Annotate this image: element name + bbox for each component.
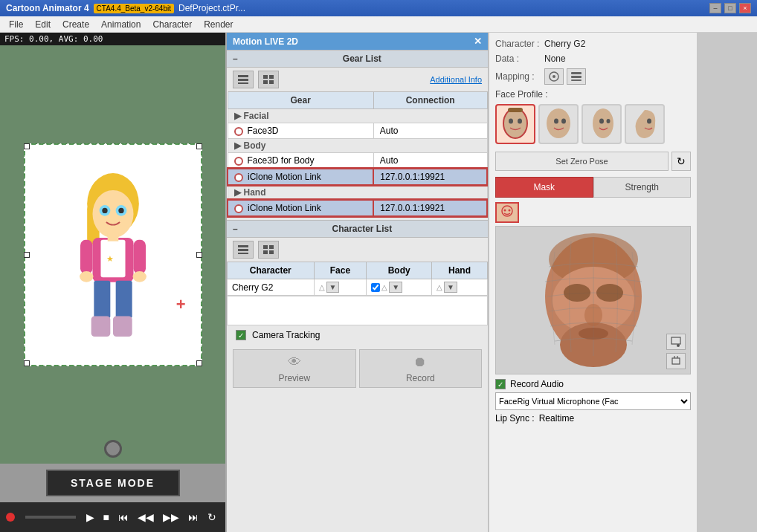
refresh-button[interactable]: ↻ [671, 152, 691, 171]
record-audio-checkbox[interactable]: ✓ [495, 379, 506, 389]
loop-button[interactable]: ↻ [204, 510, 219, 525]
gear-list-title: Gear List [242, 53, 482, 64]
table-row[interactable]: Face3D Auto [228, 123, 487, 139]
face-dropdown[interactable]: △ ▼ [319, 282, 362, 293]
svg-rect-10 [80, 239, 93, 273]
svg-point-61 [677, 344, 680, 347]
restore-button[interactable]: □ [724, 3, 736, 13]
data-info-row: Data : None [495, 53, 691, 64]
gear-list-toolbar: Additional Info [227, 68, 488, 91]
close-button[interactable]: × [739, 3, 751, 13]
svg-rect-8 [100, 239, 125, 276]
step-fwd-button[interactable]: ▶▶ [160, 510, 182, 525]
hand-dropdown[interactable]: △ ▼ [437, 282, 483, 293]
char-list-title: Character List [242, 224, 482, 234]
handle-br [196, 360, 202, 366]
svg-rect-26 [238, 245, 248, 247]
svg-rect-41 [508, 108, 523, 112]
record-audio-select[interactable]: FaceRig Virtual Microphone (Fac [495, 392, 691, 410]
table-row[interactable]: iClone Motion Link 127.0.0.1:19921 [228, 200, 487, 216]
step-back-button[interactable]: ◀◀ [135, 510, 157, 525]
main-container: FPS: 0.00, AVG: 0.00 [0, 33, 757, 532]
body-section-arrow: ▶ [234, 140, 241, 151]
char-hand-cell[interactable]: △ ▼ [431, 279, 487, 296]
svg-rect-27 [238, 249, 248, 251]
iclone-hand-radio[interactable] [234, 204, 243, 213]
face-tri-icon: △ [319, 283, 325, 291]
playback-slider[interactable] [25, 516, 76, 519]
body-checkbox[interactable] [371, 283, 380, 292]
char-list-view-btn1[interactable] [233, 241, 254, 259]
svg-point-51 [509, 210, 511, 212]
menu-file[interactable]: File [3, 18, 29, 31]
hand-section-row: ▶Hand [228, 185, 487, 200]
table-row[interactable]: iClone Motion Link 127.0.0.1:19921 [228, 169, 487, 185]
far-right-panel: Character : Cherry G2 Data : None Mappin… [489, 33, 697, 532]
gear-list-view-btn1[interactable] [233, 71, 254, 88]
stop-button[interactable]: ■ [100, 510, 112, 525]
hand-tri-btn[interactable]: ▼ [444, 282, 457, 293]
body-dropdown[interactable]: △ ▼ [371, 282, 427, 293]
camera-tracking-checkbox[interactable]: ✓ [236, 330, 246, 340]
face-tri-btn[interactable]: ▼ [326, 282, 340, 293]
menu-bar: File Edit Create Animation Character Ren… [0, 16, 757, 33]
motion-live-title: Motion LIVE 2D [233, 36, 298, 47]
svg-point-2 [92, 189, 133, 237]
svg-rect-29 [263, 245, 268, 249]
face3d-body-radio[interactable] [234, 157, 243, 166]
gear-list-section-header: – Gear List [227, 50, 488, 68]
left-panel: FPS: 0.00, AVG: 0.00 [0, 33, 227, 532]
play-button[interactable]: ▶ [83, 510, 97, 525]
mapping-icon-btn2[interactable] [567, 68, 586, 85]
char-body-cell[interactable]: △ ▼ [367, 279, 432, 296]
head-icon-button[interactable] [495, 202, 519, 223]
mapping-info-row: Mapping : [495, 68, 691, 85]
lip-sync-row: Lip Sync : Realtime [495, 413, 691, 424]
body-tri-btn[interactable]: ▼ [389, 282, 402, 293]
char-list-toggle[interactable]: – [233, 224, 238, 234]
face-profile-front[interactable] [495, 104, 535, 144]
minimize-button[interactable]: – [709, 3, 721, 13]
char-list-view-btn2[interactable] [258, 241, 279, 259]
face-profile-side[interactable] [625, 104, 665, 144]
menu-animation[interactable]: Animation [95, 18, 146, 31]
char-face-cell[interactable]: △ ▼ [314, 279, 367, 296]
set-zero-row: Set Zero Pose ↻ [495, 152, 691, 171]
face3d-radio[interactable] [234, 127, 243, 136]
char-table-row[interactable]: Cherry G2 △ ▼ △ ▼ [228, 279, 488, 296]
iclone-body-radio[interactable] [234, 173, 243, 182]
face-profile-more-turn[interactable] [582, 104, 622, 144]
preview-button[interactable]: 👁 Preview [233, 349, 356, 388]
gear-list-view-btn2[interactable] [258, 71, 279, 88]
face-profiles [495, 104, 691, 144]
side-action-btn2[interactable] [666, 353, 686, 369]
motion-live-close-icon[interactable]: ✕ [474, 36, 482, 47]
table-row[interactable]: Face3D for Body Auto [228, 153, 487, 169]
char-name-cell: Cherry G2 [228, 279, 315, 296]
next-frame-button[interactable]: ⏭ [185, 510, 202, 525]
hand-section-arrow: ▶ [234, 187, 241, 198]
mapping-label: Mapping : [495, 71, 540, 82]
face-profile-slight-turn[interactable] [538, 104, 579, 144]
menu-character[interactable]: Character [146, 18, 198, 31]
gear-list-toggle[interactable]: – [233, 53, 238, 64]
set-zero-pose-button[interactable]: Set Zero Pose [495, 152, 669, 171]
file-name: DefProject.ctPr... [178, 3, 245, 13]
body-tri-icon: △ [381, 283, 387, 291]
preview-label: Preview [278, 373, 310, 383]
side-action-btn1[interactable] [666, 334, 686, 350]
record-button[interactable]: ⏺ Record [359, 349, 483, 388]
data-label: Data : [495, 53, 540, 64]
hand-tri-icon: △ [437, 283, 442, 291]
menu-create[interactable]: Create [57, 18, 95, 31]
stage-mode-button[interactable]: STAGE MODE [46, 470, 180, 496]
svg-rect-60 [671, 337, 680, 344]
additional-info-link[interactable]: Additional Info [430, 75, 482, 84]
mapping-icon-btn1[interactable] [544, 68, 564, 85]
menu-edit[interactable]: Edit [29, 18, 57, 31]
character-label: Character : [495, 39, 540, 49]
menu-render[interactable]: Render [198, 18, 239, 31]
prev-frame-button[interactable]: ⏮ [115, 510, 132, 525]
strength-tab[interactable]: Strength [593, 177, 692, 198]
mask-tab[interactable]: Mask [495, 177, 593, 198]
